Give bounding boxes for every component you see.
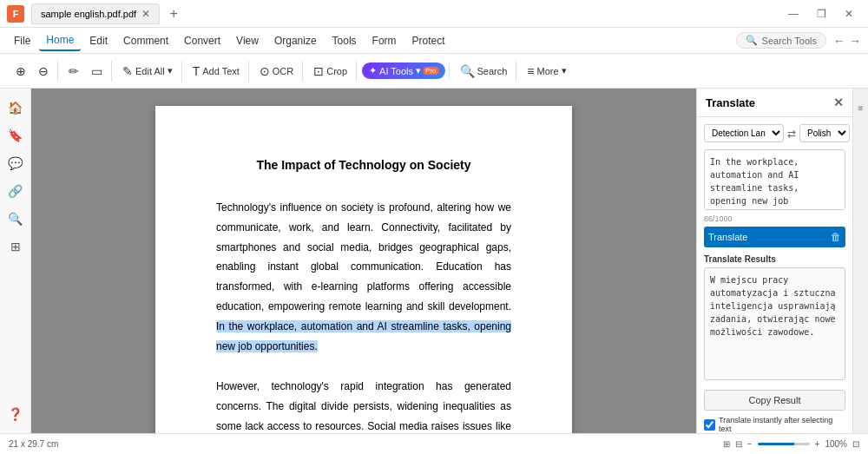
paragraph-2: However, technology's rapid integration …: [216, 377, 511, 433]
char-count: 86/1000: [704, 214, 845, 223]
more-button[interactable]: ≡ More ▾: [522, 61, 571, 82]
back-arrow[interactable]: ←: [833, 34, 845, 48]
panel-collapse-icon[interactable]: ≡: [855, 95, 867, 120]
add-text-button[interactable]: T Add Text: [187, 61, 245, 82]
app-icon: F: [7, 5, 24, 23]
language-row: Detection Lan ⇄ Polish: [704, 124, 845, 142]
menu-tools[interactable]: Tools: [326, 31, 364, 50]
menu-convert[interactable]: Convert: [177, 31, 227, 50]
zoom-slider[interactable]: [758, 443, 810, 445]
document-area[interactable]: The Impact of Technology on Society Tech…: [31, 89, 696, 433]
ocr-group: ⊙ OCR: [251, 61, 303, 82]
rect-button[interactable]: ▭: [86, 61, 108, 82]
translate-header: Translate ✕: [697, 89, 852, 117]
close-tab-button[interactable]: ✕: [141, 8, 150, 20]
para1-text: Technology's influence on society is pro…: [216, 201, 511, 313]
menubar: File Home Edit Comment Convert View Orga…: [0, 28, 868, 54]
target-language-select[interactable]: Polish: [799, 124, 850, 142]
new-tab-button[interactable]: +: [163, 3, 184, 24]
sidebar-layers-icon[interactable]: ⊞: [3, 234, 28, 259]
window-controls: — ❐ ✕: [781, 5, 861, 23]
main-layout: 🏠 🔖 💬 🔗 🔍 ⊞ ❓ The Impact of Technology o…: [0, 89, 868, 433]
sidebar-link-icon[interactable]: 🔗: [3, 179, 28, 203]
zoom-out-status-icon[interactable]: −: [747, 439, 753, 449]
sidebar-home-icon[interactable]: 🏠: [3, 95, 28, 120]
edit-all-button[interactable]: ✎ Edit All ▾: [117, 61, 178, 82]
zoom-group: ⊕ ⊖: [7, 61, 58, 82]
auto-translate-checkbox[interactable]: [704, 419, 715, 431]
crop-group: ⊡ Crop: [305, 61, 357, 82]
search-button[interactable]: 🔍 Search: [455, 61, 513, 82]
markup-button[interactable]: ✏: [63, 61, 84, 82]
menu-form[interactable]: Form: [365, 31, 404, 50]
zoom-out-button[interactable]: ⊖: [33, 61, 54, 82]
restore-button[interactable]: ❐: [809, 5, 833, 23]
more-group: ≡ More ▾: [518, 61, 575, 82]
copy-result-button[interactable]: Copy Result: [704, 390, 845, 411]
translate-close-button[interactable]: ✕: [833, 95, 844, 109]
zoom-in-status-icon[interactable]: +: [815, 439, 820, 449]
zoom-level: 100%: [825, 439, 847, 449]
sidebar-bookmark-icon[interactable]: 🔖: [3, 123, 28, 148]
edit-group: ✎ Edit All ▾: [114, 61, 182, 82]
menu-view[interactable]: View: [229, 31, 266, 50]
nav-arrows: ← →: [833, 34, 861, 48]
page-layout-icon[interactable]: ⊞: [723, 439, 730, 449]
translate-body: Detection Lan ⇄ Polish In the workplace,…: [697, 117, 852, 433]
markup-group: ✏ ▭: [60, 61, 112, 82]
menu-edit[interactable]: Edit: [82, 31, 115, 50]
document-title: The Impact of Technology on Society: [216, 158, 511, 172]
fit-page-icon[interactable]: ⊡: [852, 439, 859, 449]
paragraph-1: Technology's influence on society is pro…: [216, 198, 511, 356]
ocr-button[interactable]: ⊙ OCR: [254, 61, 299, 82]
menu-protect[interactable]: Protect: [405, 31, 452, 50]
trash-icon: 🗑: [831, 231, 841, 243]
menu-comment[interactable]: Comment: [116, 31, 175, 50]
translate-button[interactable]: Translate 🗑: [704, 227, 845, 247]
zoom-in-button[interactable]: ⊕: [10, 61, 31, 82]
pdf-page: The Impact of Technology on Society Tech…: [155, 106, 572, 433]
results-label: Translate Results: [704, 254, 845, 264]
menu-organize[interactable]: Organize: [267, 31, 324, 50]
source-language-select[interactable]: Detection Lan: [704, 124, 784, 142]
auto-translate-row: Translate instantly after selecting text: [704, 416, 845, 433]
lang-arrow-icon: ⇄: [787, 128, 796, 140]
search-group: 🔍 Search: [451, 61, 517, 82]
ai-group: ✦ AI Tools ▾ Pro: [358, 63, 449, 79]
menu-file[interactable]: File: [7, 31, 37, 50]
active-tab[interactable]: sample english.pdf.pdf ✕: [31, 3, 160, 24]
menu-home[interactable]: Home: [39, 30, 81, 51]
translate-title: Translate: [706, 96, 755, 109]
translate-input[interactable]: In the workplace, automation and AI stre…: [704, 149, 845, 210]
toolbar: ⊕ ⊖ ✏ ▭ ✎ Edit All ▾ T Add Text ⊙ OCR ⊡ …: [0, 54, 868, 89]
translate-result[interactable]: W miejscu pracy automatyzacja i sztuczna…: [704, 267, 845, 380]
highlighted-text: In the workplace, automation and AI stre…: [216, 320, 511, 352]
page-view-icon[interactable]: ⊟: [735, 439, 742, 449]
extra-icons-panel: ≡: [852, 89, 868, 433]
tab-title: sample english.pdf.pdf: [41, 9, 136, 19]
page-dimensions: 21 x 29.7 cm: [9, 439, 58, 449]
search-tools-input[interactable]: 🔍 Search Tools: [736, 32, 826, 49]
close-button[interactable]: ✕: [837, 5, 861, 23]
titlebar: F sample english.pdf.pdf ✕ + — ❐ ✕: [0, 0, 868, 28]
sidebar-comment-icon[interactable]: 💬: [3, 151, 28, 175]
auto-translate-label: Translate instantly after selecting text: [719, 416, 845, 433]
sidebar-help-icon[interactable]: ❓: [3, 402, 28, 426]
crop-button[interactable]: ⊡ Crop: [308, 61, 352, 82]
search-icon: 🔍: [746, 35, 758, 46]
left-sidebar: 🏠 🔖 💬 🔗 🔍 ⊞ ❓: [0, 89, 31, 433]
minimize-button[interactable]: —: [781, 5, 806, 23]
statusbar: 21 x 29.7 cm ⊞ ⊟ − + 100% ⊡: [0, 433, 868, 454]
text-group: T Add Text: [184, 61, 249, 82]
search-tools-placeholder: Search Tools: [762, 36, 817, 46]
translate-panel: Translate ✕ Detection Lan ⇄ Polish In th…: [696, 89, 852, 433]
ai-tools-button[interactable]: ✦ AI Tools ▾ Pro: [362, 63, 444, 79]
sidebar-search-icon[interactable]: 🔍: [3, 207, 28, 231]
forward-arrow[interactable]: →: [849, 34, 861, 48]
